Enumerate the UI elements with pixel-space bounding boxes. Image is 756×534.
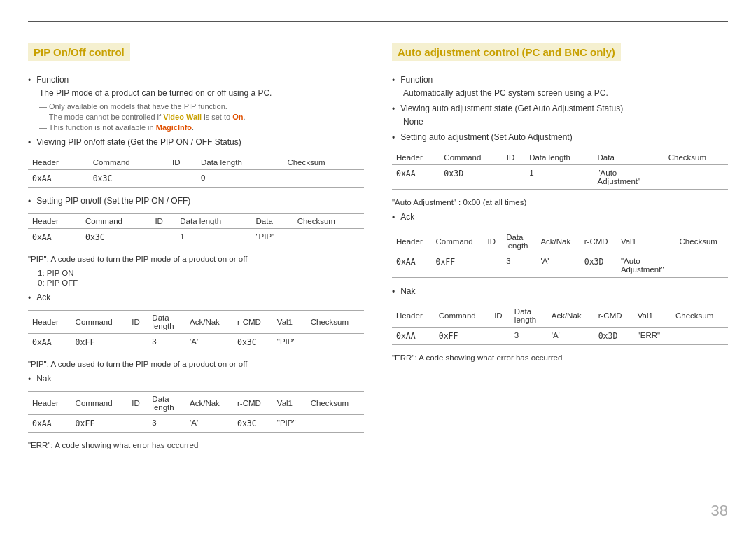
ack-bullet: • Ack [28, 293, 364, 303]
th-header: Header [28, 392, 71, 415]
th-datalength: Data length [525, 150, 593, 165]
left-column: PIP On/Off control • Function The PIP mo… [28, 43, 364, 455]
th-command: Command [81, 214, 150, 229]
td-rcmd: 0x3D [580, 253, 617, 278]
right-function-bullet: • Function [392, 75, 728, 85]
th-val1: Val1 [273, 311, 307, 334]
top-divider [28, 21, 728, 22]
th-command: Command [432, 230, 484, 253]
nak-label: Nak [36, 374, 51, 384]
td-datalength: 1 [176, 229, 251, 246]
viewing-table: Header Command ID Data length Checksum 0… [28, 155, 364, 188]
td-val1: "PIP" [273, 334, 307, 351]
right-column: Auto adjustment control (PC and BNC only… [392, 43, 728, 455]
right-nak-table-section: Header Command ID Datalength Ack/Nak r-C… [392, 304, 728, 345]
right-setting-label: Setting auto adjustment (Set Auto Adjust… [400, 132, 572, 142]
th-header: Header [28, 311, 71, 334]
note-3: This function is not available in MagicI… [39, 123, 364, 132]
th-id: ID [483, 230, 502, 253]
td-val1: "PIP" [273, 415, 307, 433]
bullet-dot-r5: • [392, 287, 395, 297]
on-highlight: On [232, 113, 243, 121]
th-checksum: Checksum [676, 230, 728, 253]
pip-note-3: 0: PIP OFF [38, 279, 364, 287]
td-id [490, 328, 510, 345]
td-header: 0xAA [28, 334, 71, 351]
th-acknak: Ack/Nak [536, 230, 580, 253]
setting-table-section: Header Command ID Data length Data Check… [28, 213, 364, 246]
th-datalength: Datalength [502, 230, 536, 253]
th-val1: Val1 [617, 230, 676, 253]
td-checksum [307, 334, 364, 351]
th-rcmd: r-CMD [233, 311, 273, 334]
th-checksum: Checksum [307, 311, 364, 334]
main-columns: PIP On/Off control • Function The PIP mo… [28, 43, 728, 455]
td-header: 0xAA [28, 170, 89, 188]
td-checksum [283, 170, 364, 188]
th-command: Command [71, 311, 128, 334]
td-acknak: 'A' [536, 253, 580, 278]
td-acknak: 'A' [547, 328, 594, 345]
right-nak-label: Nak [400, 286, 415, 296]
th-checksum: Checksum [307, 392, 364, 415]
th-header: Header [392, 230, 432, 253]
td-checksum [664, 165, 728, 190]
td-acknak: 'A' [186, 415, 233, 433]
td-checksum [293, 229, 364, 246]
nak-table: Header Command ID Datalength Ack/Nak r-C… [28, 391, 364, 433]
viewing-label: Viewing PIP on/off state (Get the PIP ON… [36, 137, 241, 147]
td-id [503, 165, 525, 190]
td-command: 0x3C [81, 229, 150, 246]
td-data: "AutoAdjustment" [594, 165, 664, 190]
table-row: 0xAA 0xFF 3 'A' 0x3C "PIP" [28, 334, 364, 351]
function-label: Function [36, 75, 69, 85]
td-id [483, 253, 502, 278]
bullet-dot-r2: • [392, 104, 395, 114]
th-datalength: Datalength [510, 304, 547, 328]
td-id [150, 229, 176, 246]
function-desc: The PIP mode of a product can be turned … [39, 88, 364, 98]
right-function-desc: Automatically adjust the PC system scree… [403, 88, 728, 98]
th-data: Data [252, 214, 293, 229]
table-row: 0xAA 0xFF 3 'A' 0x3D "ERR" [392, 328, 728, 345]
th-id: ID [127, 311, 148, 334]
th-data: Data [594, 150, 664, 165]
right-viewing-value: None [403, 117, 728, 127]
right-nak-table: Header Command ID Datalength Ack/Nak r-C… [392, 304, 728, 345]
right-setting-table-section: Header Command ID Data length Data Check… [392, 150, 728, 190]
bullet-dot-2: • [28, 138, 31, 148]
bullet-dot-3: • [28, 197, 31, 206]
th-rcmd: r-CMD [594, 304, 634, 328]
right-ack-table-section: Header Command ID Datalength Ack/Nak r-C… [392, 230, 728, 278]
th-val1: Val1 [634, 304, 671, 328]
setting-table: Header Command ID Data length Data Check… [28, 213, 364, 246]
note-2: The mode cannot be controlled if Video W… [39, 113, 364, 121]
td-command: 0xFF [71, 415, 128, 433]
ack-table: Header Command ID Datalength Ack/Nak r-C… [28, 310, 364, 351]
td-command: 0xFF [432, 253, 484, 278]
table-row: 0xAA 0xFF 3 'A' 0x3D "AutoAdjustment" [392, 253, 728, 278]
th-id: ID [168, 155, 197, 170]
td-datalength: 3 [148, 415, 186, 433]
th-command: Command [71, 392, 128, 415]
td-datalength: 3 [510, 328, 547, 345]
viewing-bullet: • Viewing PIP on/off state (Get the PIP … [28, 137, 364, 148]
auto-note: "Auto Adjustment" : 0x00 (at all times) [392, 198, 728, 206]
td-id [168, 170, 197, 188]
table-row: 0xAA 0x3C 1 "PIP" [28, 229, 364, 246]
th-command: Command [435, 304, 490, 328]
td-datalength: 3 [502, 253, 536, 278]
bullet-dot: • [28, 76, 31, 85]
th-header: Header [392, 150, 440, 165]
right-function-label: Function [400, 75, 433, 85]
td-command: 0xFF [435, 328, 490, 345]
th-header: Header [28, 155, 89, 170]
th-id: ID [150, 214, 176, 229]
td-command: 0xFF [71, 334, 128, 351]
th-datalength: Data length [197, 155, 283, 170]
th-checksum: Checksum [283, 155, 364, 170]
pip-note-1: "PIP": A code used to turn the PIP mode … [28, 255, 364, 263]
th-datalength: Datalength [148, 311, 186, 334]
right-nak-bullet: • Nak [392, 286, 728, 297]
th-acknak: Ack/Nak [186, 392, 233, 415]
